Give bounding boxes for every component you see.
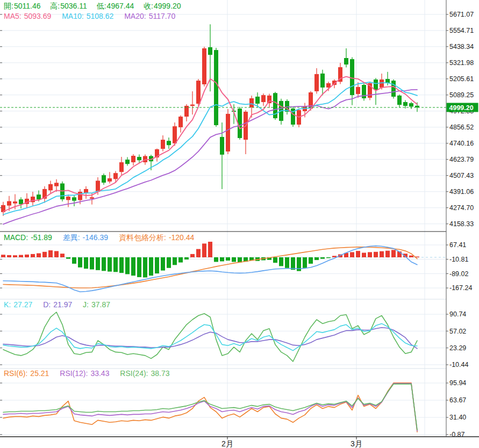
axis-tick-label: 5438.34 <box>449 43 474 50</box>
axis-tick-label: -10.44 <box>449 361 468 368</box>
last-price-tag-label: 4999.20 <box>449 104 474 112</box>
dea-legend: 資料包絡分析:-120.44 <box>119 233 194 242</box>
axis-tick-label: 4391.06 <box>449 188 474 196</box>
d-legend: D:21.97 <box>43 300 72 309</box>
axis-tick-label: 57.02 <box>449 328 466 335</box>
high-value: 5036.11 <box>60 2 87 10</box>
axis-tick-label: 4507.43 <box>449 172 474 179</box>
low-label: 低: <box>97 2 106 10</box>
axis-tick-label: 5321.98 <box>449 59 474 67</box>
axis-tick-label: 63.67 <box>449 396 466 404</box>
axis-tick-label: -10.81 <box>449 256 468 263</box>
ma20-value: 5117.70 <box>149 12 176 20</box>
dea-label: 資料包絡分析: <box>119 233 166 242</box>
dif-legend: 差異:-146.39 <box>63 233 108 242</box>
open-value: 5011.46 <box>14 2 41 10</box>
month-label: 2月 <box>221 439 233 448</box>
rsi-legend: RSI(6):25.21 RSI(12):33.43 RSI(24):38.73 <box>4 369 178 378</box>
high-label: 高: <box>50 2 60 10</box>
ma-lines <box>3 77 417 225</box>
dea-value: -120.44 <box>169 233 194 242</box>
ma5-legend: MA5:5093.69 <box>4 12 51 20</box>
close-label: 收: <box>144 2 153 10</box>
ma-legend: MA5:5093.69 MA10:5108.62 MA20:5117.70 <box>4 12 184 20</box>
rsi24-legend: RSI(24):38.73 <box>120 369 169 378</box>
last-price-tag: 4999.20 <box>447 103 478 112</box>
dif-label: 差異: <box>63 233 80 242</box>
axis-tick-label: 5554.71 <box>449 27 474 34</box>
j-legend: J:37.87 <box>83 300 110 309</box>
ma20-legend: MA20:5117.70 <box>124 12 175 20</box>
axis-tick-label: 67.41 <box>449 241 466 249</box>
time-axis: 2月3月 <box>221 437 362 448</box>
rsi6-legend: RSI(6):25.21 <box>4 369 49 378</box>
close-value: 4999.20 <box>154 2 181 10</box>
macd-label: MACD: <box>4 233 28 242</box>
d-label: D: <box>43 300 51 309</box>
macd-value-legend: MACD:-51.89 <box>4 233 52 242</box>
axis-tick-label: 4740.16 <box>449 140 474 147</box>
kdj-legend: K:27.27 D:21.97 J:37.87 <box>4 300 119 309</box>
axis-tick-label: 5671.07 <box>449 11 474 18</box>
k-value: 27.27 <box>13 300 32 309</box>
rsi-panel <box>3 383 417 432</box>
rsi12-label: RSI(12): <box>60 369 88 378</box>
rsi24-value: 38.73 <box>151 369 169 378</box>
ma10-label: MA10: <box>62 12 83 20</box>
k-legend: K:27.27 <box>4 300 32 309</box>
kdj-panel <box>3 312 417 362</box>
ohlc-legend: 開:5011.46 高:5036.11 低:4967.44 收:4999.20 <box>4 2 189 11</box>
trading-chart-app: 5671.075554.715438.345321.985205.615089.… <box>0 0 479 448</box>
rsi6-label: RSI(6): <box>4 369 27 378</box>
j-value: 37.87 <box>91 300 110 309</box>
axis-tick-label: 4274.70 <box>449 204 474 212</box>
d-value: 21.97 <box>53 300 72 309</box>
ma20-label: MA20: <box>124 12 146 20</box>
rsi6-value: 25.21 <box>30 369 49 378</box>
j-label: J: <box>83 300 89 309</box>
month-label: 3月 <box>351 439 362 448</box>
rsi24-label: RSI(24): <box>120 369 148 378</box>
ohlc-close: 收:4999.20 <box>144 2 181 10</box>
axis-tick-label: 90.74 <box>449 310 466 318</box>
axis-tick-label: -0.87 <box>449 431 465 438</box>
open-label: 開: <box>4 2 13 10</box>
rsi12-legend: RSI(12):33.43 <box>60 369 109 378</box>
ohlc-high: 高:5036.11 <box>50 2 87 10</box>
axis-tick-label: 95.94 <box>449 379 466 387</box>
rsi12-value: 33.43 <box>90 369 109 378</box>
k-label: K: <box>4 300 11 309</box>
low-value: 4967.44 <box>107 2 134 10</box>
axis-tick-label: 5205.61 <box>449 75 474 83</box>
axis-tick-label: -167.24 <box>449 284 472 292</box>
axis-tick-label: -89.02 <box>449 270 468 278</box>
ohlc-open: 開:5011.46 <box>4 2 40 10</box>
dif-value: -146.39 <box>83 233 108 242</box>
ohlc-low: 低:4967.44 <box>97 2 134 10</box>
axis-tick-label: 23.29 <box>449 344 466 352</box>
axis-tick-label: 4856.52 <box>449 124 474 131</box>
axis-tick-label: 31.40 <box>449 414 466 421</box>
axis-tick-label: 4158.33 <box>449 220 474 228</box>
ma10-value: 5108.62 <box>87 12 114 20</box>
ma5-value: 5093.69 <box>24 12 52 20</box>
macd-legend: MACD:-51.89 差異:-146.39 資料包絡分析:-120.44 <box>4 233 203 243</box>
chart-canvas[interactable]: 5671.075554.715438.345321.985205.615089.… <box>0 0 479 448</box>
macd-value: -51.89 <box>31 233 52 242</box>
axis-tick-label: 4623.79 <box>449 156 474 163</box>
ma10-legend: MA10:5108.62 <box>62 12 113 20</box>
ma5-label: MA5: <box>4 12 22 20</box>
axis-tick-label: 5089.25 <box>449 91 474 99</box>
